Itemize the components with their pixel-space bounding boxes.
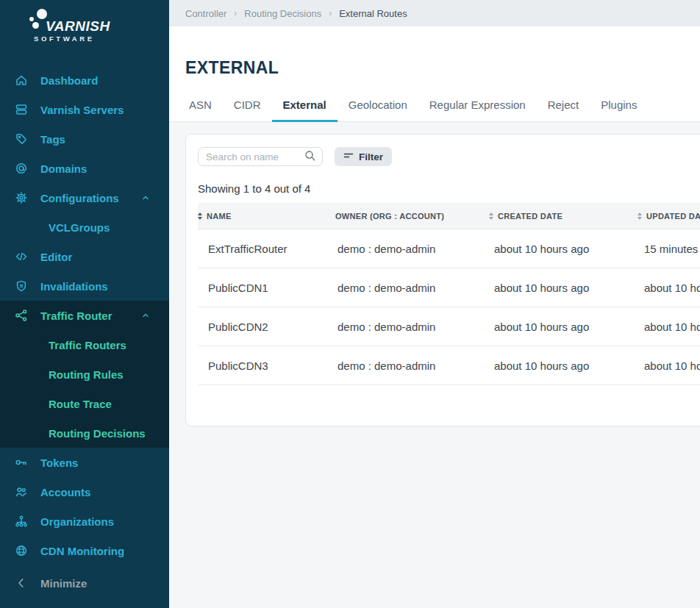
sidebar-section-traffic-router: Traffic Router Traffic Routers Routing R… (0, 301, 169, 448)
cell-owner: demo : demo-admin (324, 360, 477, 372)
tab-plugins[interactable]: Plugins (590, 99, 648, 121)
tab-regular-expression[interactable]: Regular Expression (418, 99, 537, 121)
sort-icon (489, 212, 493, 220)
sidebar-item-editor[interactable]: Editor (0, 242, 169, 271)
column-header-label: CREATED DATE (498, 212, 562, 221)
sidebar-item-routing-rules[interactable]: Routing Rules (0, 360, 169, 389)
users-icon (14, 484, 29, 499)
sidebar-item-label: Configurations (40, 192, 119, 204)
breadcrumb-item-routing-decisions[interactable]: Routing Decisions (244, 8, 321, 19)
sidebar-item-traffic-router[interactable]: Traffic Router (0, 301, 169, 330)
column-header-owner: OWNER (ORG : ACCOUNT) (324, 212, 477, 221)
logo-dot (29, 17, 34, 21)
tab-bar: ASN CIDR External Geolocation Regular Ex… (169, 99, 700, 122)
sidebar-item-tokens[interactable]: Tokens (0, 448, 169, 477)
chevron-up-icon (141, 193, 150, 202)
sidebar-item-label: Varnish Servers (40, 104, 124, 116)
table-header-row: NAME OWNER (ORG : ACCOUNT) CREATED DATE … (198, 203, 700, 229)
sidebar-subitem-label: VCLGroups (49, 221, 110, 234)
servers-icon (14, 102, 29, 117)
key-icon (14, 455, 29, 470)
sidebar-item-label: Minimize (40, 577, 87, 590)
sidebar-item-route-trace[interactable]: Route Trace (0, 389, 169, 418)
home-icon (14, 73, 29, 87)
cell-created-date: about 10 hours ago (477, 360, 626, 372)
filter-button[interactable]: Filter (335, 147, 392, 166)
table-row[interactable]: PublicCDN2 demo : demo-admin about 10 ho… (198, 307, 700, 346)
breadcrumb-item-controller[interactable]: Controller (185, 8, 226, 19)
cell-created-date: about 10 hours ago (477, 321, 626, 333)
sidebar-item-accounts[interactable]: Accounts (0, 477, 169, 507)
tab-external[interactable]: External (272, 99, 338, 121)
table-row[interactable]: PublicCDN1 demo : demo-admin about 10 ho… (198, 268, 700, 307)
sitemap-icon (14, 514, 29, 529)
cell-updated-date: about 10 hours ago (626, 282, 700, 294)
breadcrumb: Controller › Routing Decisions › Externa… (169, 0, 700, 26)
search-box (198, 147, 323, 166)
sidebar-item-routing-decisions[interactable]: Routing Decisions (0, 418, 169, 448)
sidebar-item-label: Domains (40, 162, 87, 175)
tab-reject[interactable]: Reject (537, 99, 590, 121)
results-summary: Showing 1 to 4 out of 4 (198, 182, 700, 196)
globe-icon (14, 543, 29, 558)
sidebar-item-organizations[interactable]: Organizations (0, 507, 169, 536)
cell-name: PublicCDN1 (198, 282, 324, 294)
varnish-software-logo: VARNISH SOFTWARE (0, 0, 169, 46)
cell-updated-date: 15 minutes ago (626, 243, 700, 255)
logo-dot (32, 22, 39, 29)
sort-icon (638, 212, 642, 220)
chevron-up-icon (141, 311, 150, 320)
sidebar-nav: Dashboard Varnish Servers Tags Domains (0, 65, 169, 598)
search-icon (304, 149, 316, 165)
search-input[interactable] (206, 151, 304, 162)
at-icon (14, 161, 29, 176)
breadcrumb-item-external-routes: External Routes (339, 8, 407, 19)
sidebar-subitem-label: Route Trace (49, 398, 112, 410)
main-area: Controller › Routing Decisions › Externa… (169, 0, 700, 608)
column-header-updated-date[interactable]: UPDATED DATE (626, 212, 700, 221)
sidebar-item-configurations[interactable]: Configurations (0, 183, 169, 212)
table-row[interactable]: ExtTrafficRouter demo : demo-admin about… (198, 229, 700, 268)
cell-owner: demo : demo-admin (324, 321, 477, 333)
table-row[interactable]: PublicCDN3 demo : demo-admin about 10 ho… (198, 346, 700, 385)
cell-name: PublicCDN2 (198, 321, 324, 333)
sidebar-minimize-button[interactable]: Minimize (0, 568, 169, 598)
tab-cidr[interactable]: CIDR (223, 99, 272, 121)
sidebar-subitem-label: Traffic Routers (49, 339, 126, 351)
content-body: Filter Showing 1 to 4 out of 4 NAME OWNE… (169, 122, 700, 608)
cell-updated-date: about 10 hours ago (626, 321, 700, 333)
sidebar-item-traffic-routers[interactable]: Traffic Routers (0, 330, 169, 360)
chevron-left-icon (14, 576, 29, 590)
sidebar-subitem-label: Routing Rules (49, 368, 124, 381)
column-header-created-date[interactable]: CREATED DATE (477, 212, 626, 221)
logo-subtitle: SOFTWARE (34, 35, 95, 43)
sidebar-item-dashboard[interactable]: Dashboard (0, 65, 169, 95)
gear-icon (14, 190, 29, 205)
cell-updated-date: about 10 hours ago (626, 360, 700, 372)
column-header-name[interactable]: NAME (198, 212, 324, 221)
routes-table: NAME OWNER (ORG : ACCOUNT) CREATED DATE … (198, 203, 700, 385)
share-icon (14, 308, 29, 323)
table-toolbar: Filter (198, 147, 700, 166)
sidebar-item-cdn-monitoring[interactable]: CDN Monitoring (0, 536, 169, 565)
page-header: EXTERNAL ASN CIDR External Geolocation R… (169, 26, 700, 122)
logo-dot (37, 9, 47, 19)
routes-card: Filter Showing 1 to 4 out of 4 NAME OWNE… (185, 134, 700, 426)
cell-name: PublicCDN3 (198, 360, 324, 372)
tab-geolocation[interactable]: Geolocation (338, 99, 418, 121)
sidebar-item-label: Accounts (40, 486, 90, 498)
sidebar-item-label: Invalidations (40, 280, 108, 293)
cell-created-date: about 10 hours ago (477, 243, 626, 255)
sidebar-item-domains[interactable]: Domains (0, 154, 169, 183)
sidebar-item-invalidations[interactable]: Invalidations (0, 271, 169, 301)
sidebar-item-label: Dashboard (40, 74, 98, 87)
tab-asn[interactable]: ASN (178, 99, 223, 121)
sidebar-item-varnish-servers[interactable]: Varnish Servers (0, 95, 169, 124)
sidebar-item-tags[interactable]: Tags (0, 124, 169, 154)
app-window: VARNISH SOFTWARE Dashboard Varnish Serve… (0, 0, 700, 608)
sidebar: VARNISH SOFTWARE Dashboard Varnish Serve… (0, 0, 169, 608)
sidebar-item-vclgroups[interactable]: VCLGroups (0, 212, 169, 242)
cell-created-date: about 10 hours ago (477, 282, 626, 294)
sidebar-item-label: Organizations (40, 515, 114, 528)
cell-owner: demo : demo-admin (324, 282, 477, 294)
